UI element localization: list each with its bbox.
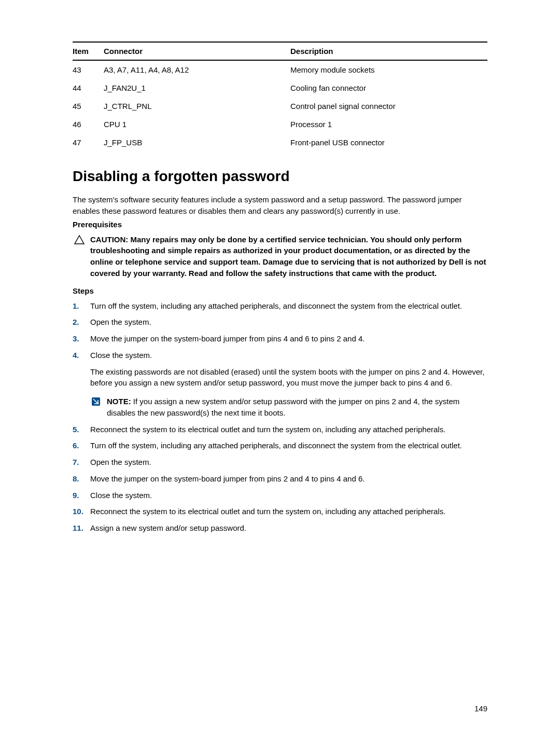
cell-connector: J_CTRL_PNL [104,97,290,115]
header-description: Description [290,42,487,60]
step-text: Reconnect the system to its electrical o… [90,425,445,434]
step-text: Assign a new system and/or setup passwor… [90,523,246,532]
step-item: Open the system. [73,316,487,328]
step-text: Open the system. [90,318,151,326]
steps-list: Turn off the system, including any attac… [73,300,487,534]
table-row: 47 J_FP_USB Front-panel USB connector [73,133,487,151]
step-item: Turn off the system, including any attac… [73,300,487,312]
note-body: If you assign a new system and/or setup … [107,397,459,417]
header-connector: Connector [104,42,290,60]
connector-table: Item Connector Description 43 A3, A7, A1… [73,42,487,151]
cell-item: 43 [73,60,104,79]
step-text: Move the jumper on the system-board jump… [90,334,365,343]
cell-description: Control panel signal connector [290,97,487,115]
cell-connector: CPU 1 [104,115,290,133]
intro-paragraph: The system's software security features … [73,194,487,217]
svg-marker-0 [75,236,84,244]
step-item: Close the system. [73,490,487,501]
step-item: Turn off the system, including any attac… [73,440,487,451]
page-title: Disabling a forgotten password [73,168,487,185]
cell-connector: J_FAN2U_1 [104,79,290,97]
step-item: Reconnect the system to its electrical o… [73,424,487,435]
note-label: NOTE: [107,397,133,406]
header-item: Item [73,42,104,60]
note-callout: NOTE: If you assign a new system and/or … [90,396,487,419]
cell-item: 47 [73,133,104,151]
table-header-row: Item Connector Description [73,42,487,60]
cell-description: Front-panel USB connector [290,133,487,151]
step-item: Move the jumper on the system-board jump… [73,333,487,345]
caution-icon [74,234,85,279]
prerequisites-heading: Prerequisites [73,220,487,229]
caution-callout: CAUTION: Many repairs may only be done b… [73,234,487,279]
note-text: NOTE: If you assign a new system and/or … [107,396,487,419]
step-text: Reconnect the system to its electrical o… [90,507,445,516]
table-row: 46 CPU 1 Processor 1 [73,115,487,133]
caution-body: Many repairs may only be done by a certi… [90,235,486,278]
cell-description: Memory module sockets [290,60,487,79]
step-text: Open the system. [90,458,151,466]
page-number: 149 [474,704,487,713]
step-item: Close the system. The existing passwords… [73,350,487,419]
cell-item: 45 [73,97,104,115]
note-icon [90,396,102,419]
step-item: Move the jumper on the system-board jump… [73,473,487,485]
step-text: Turn off the system, including any attac… [90,441,462,450]
cell-connector: A3, A7, A11, A4, A8, A12 [104,60,290,79]
step-text: Close the system. [90,351,152,360]
step-item: Open the system. [73,457,487,468]
cell-description: Cooling fan connector [290,79,487,97]
cell-connector: J_FP_USB [104,133,290,151]
cell-description: Processor 1 [290,115,487,133]
cell-item: 46 [73,115,104,133]
table-row: 43 A3, A7, A11, A4, A8, A12 Memory modul… [73,60,487,79]
step-text: Close the system. [90,491,152,500]
step-text: Turn off the system, including any attac… [90,301,462,310]
steps-heading: Steps [73,286,487,295]
step-text: Move the jumper on the system-board jump… [90,474,365,483]
cell-item: 44 [73,79,104,97]
table-row: 45 J_CTRL_PNL Control panel signal conne… [73,97,487,115]
table-row: 44 J_FAN2U_1 Cooling fan connector [73,79,487,97]
step-paragraph: The existing passwords are not disabled … [90,366,487,389]
step-item: Assign a new system and/or setup passwor… [73,522,487,534]
step-item: Reconnect the system to its electrical o… [73,506,487,517]
caution-label: CAUTION: [90,235,131,244]
caution-text: CAUTION: Many repairs may only be done b… [90,234,487,279]
